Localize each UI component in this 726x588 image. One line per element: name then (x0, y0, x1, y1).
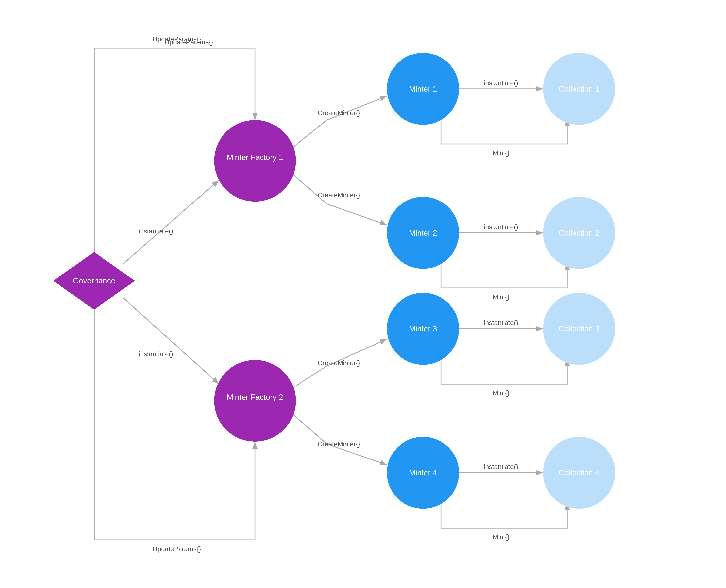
m4-mint-label: Mint{} (493, 533, 510, 541)
mf2-to-m4-line (291, 413, 387, 465)
minter-3-label: Minter 3 (409, 324, 437, 333)
mf2-to-m4-label: CreateMinter{} (318, 440, 360, 448)
collection-2-label: Collection 2 (559, 229, 599, 237)
collection-3-label: Collection 3 (559, 324, 599, 333)
minter-4-label: Minter 4 (409, 468, 437, 477)
gov-to-mf1-label: instantiate() (139, 227, 173, 235)
m1-mint-label: Mint{} (493, 149, 510, 157)
gov-to-mf2-line (123, 298, 219, 384)
update-params-2-text: UpdateParams{} (153, 545, 201, 552)
m3-mint-label: Mint{} (493, 389, 510, 397)
minter-2-label: Minter 2 (409, 229, 437, 237)
update-params-1-text: UpdateParams{} (153, 36, 201, 43)
gov-to-mf1-line (123, 180, 219, 264)
m4-mint-line (441, 503, 567, 528)
mf1-to-m2-label: CreateMinter{} (318, 191, 360, 199)
m4-to-col4-label: instantiate() (484, 463, 518, 470)
m2-mint-line (441, 263, 567, 288)
minter-1-label: Minter 1 (409, 85, 437, 93)
m2-mint-label: Mint{} (493, 293, 510, 301)
collection-1-label: Collection 1 (559, 85, 599, 93)
minter-factory-2-label: Minter Factory 2 (227, 393, 283, 401)
m1-to-col1-label: instantiate() (484, 79, 518, 86)
m1-mint-line (441, 119, 567, 144)
gov-to-mf2-label: instantiate() (139, 350, 173, 358)
mf1-to-m1-line (291, 96, 387, 149)
m3-mint-line (441, 359, 567, 384)
governance-label: Governance (73, 276, 116, 285)
diagram-svg: UpdateParams{} UpdateParams{} UpdatePara… (0, 0, 726, 588)
collection-4-label: Collection 4 (559, 468, 599, 477)
m3-to-col3-label: instantiate() (484, 319, 518, 327)
mf1-to-m1-label: CreateMinter{} (318, 109, 360, 117)
diagram-container: UpdateParams{} UpdateParams{} UpdatePara… (0, 0, 726, 588)
minter-factory-1-label: Minter Factory 1 (227, 153, 283, 162)
m2-to-col2-label: instantiate() (484, 223, 518, 231)
mf1-to-m2-line (291, 173, 387, 225)
mf2-to-m3-label: CreateMinter{} (318, 359, 360, 366)
